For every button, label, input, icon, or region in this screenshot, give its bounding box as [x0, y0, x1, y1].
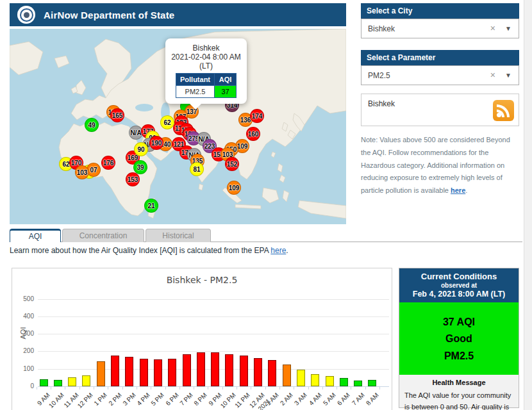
popup-city: Bishkek: [169, 44, 243, 53]
aqi-marker[interactable]: 152: [225, 157, 239, 171]
aqi-marker[interactable]: 165: [110, 108, 124, 122]
chart-bar[interactable]: [311, 374, 319, 386]
city-select-value: Bishkek: [368, 24, 395, 33]
chart-x-tick: [222, 387, 223, 390]
chart-bar[interactable]: [340, 378, 348, 386]
chart-x-tick: [51, 387, 51, 390]
aqi-marker[interactable]: 39: [133, 160, 147, 174]
chart-gridline: [38, 299, 389, 300]
rss-icon[interactable]: [493, 100, 514, 121]
parameter-clear-icon[interactable]: ×: [490, 70, 495, 80]
chart-bar[interactable]: [183, 354, 191, 386]
current-conditions-header: Current Conditions observed at Feb 4, 20…: [399, 268, 519, 302]
chart-x-tick: [379, 387, 380, 390]
chart-bar[interactable]: [240, 356, 248, 386]
chart-x-tick: [322, 387, 323, 390]
chart-bar[interactable]: [82, 375, 90, 386]
chart-bar[interactable]: [268, 360, 276, 386]
chart-x-tick: [65, 387, 65, 390]
aqi-marker[interactable]: 176: [101, 156, 115, 170]
app-header: AirNow Department of State: [10, 3, 346, 26]
aqi-marker[interactable]: 109: [227, 181, 241, 195]
current-conditions-title: Current Conditions: [401, 272, 517, 281]
chart-x-tick: [208, 387, 208, 390]
chart-x-tick: [151, 387, 151, 390]
world-aqi-map[interactable]: 10716549621708071031761693915321N/A17796…: [10, 29, 346, 224]
health-message-text: The AQI value for your community is betw…: [404, 390, 513, 410]
aqi-marker[interactable]: 174: [250, 109, 264, 123]
aqi-marker[interactable]: 21: [144, 199, 158, 213]
current-aqi-value: 37 AQI: [399, 314, 519, 331]
select-city-header: Select a City: [361, 3, 519, 19]
page-title: AirNow Department of State: [44, 10, 174, 20]
aqi-marker[interactable]: 190: [149, 136, 163, 150]
chart-bar[interactable]: [254, 358, 262, 386]
learn-more-text: Learn more about how the Air Quality Ind…: [10, 246, 288, 255]
chart-ytick-label: 400: [13, 313, 34, 320]
aqi-marker[interactable]: 103: [75, 165, 89, 179]
chart-x-tick: [308, 387, 309, 390]
chart-bar[interactable]: [125, 357, 133, 386]
chart-x-tick: [194, 387, 194, 390]
popup-timezone: (LT): [169, 62, 243, 70]
popup-pollutant-value: PM2.5: [176, 86, 214, 98]
chart-bar[interactable]: [225, 354, 233, 386]
chart-x-tick: [94, 387, 94, 390]
scrollbar[interactable]: [524, 0, 532, 410]
aqi-marker[interactable]: 160: [246, 127, 260, 141]
chart-bar[interactable]: [297, 370, 305, 386]
chart-x-tick: [165, 387, 166, 390]
city-caret-down-icon[interactable]: ▼: [505, 25, 511, 32]
chart-x-tick: [108, 387, 108, 390]
chart-bar[interactable]: [197, 352, 205, 386]
chart-bar[interactable]: [368, 380, 376, 386]
chart-gridline: [38, 316, 389, 317]
city-clear-icon[interactable]: ×: [490, 23, 495, 33]
popup-datetime: 2021-02-04 8:00 AM: [169, 53, 243, 62]
chart-x-tick: [294, 387, 294, 390]
tab-concentration[interactable]: Concentration: [62, 229, 144, 242]
current-aqi-box: 37 AQI Good PM2.5: [399, 302, 519, 375]
epa-here-link[interactable]: here: [270, 246, 286, 255]
chart-ytick-label: 300: [13, 330, 34, 337]
chart-bar[interactable]: [168, 359, 176, 386]
aqi-marker[interactable]: 153: [126, 172, 140, 186]
chart-bar[interactable]: [140, 359, 148, 386]
chart-bar[interactable]: [111, 356, 119, 386]
popup-aqi-value: 37: [215, 86, 237, 98]
select-parameter-header: Select a Parameter: [361, 50, 519, 65]
chart-bar[interactable]: [68, 377, 76, 386]
parameter-caret-down-icon[interactable]: ▼: [505, 72, 511, 79]
chart-bar[interactable]: [326, 376, 334, 386]
chart-x-tick: [122, 387, 123, 390]
tab-historical[interactable]: Historical: [145, 229, 211, 242]
beyond-aqi-note: Note: Values above 500 are considered Be…: [361, 134, 519, 197]
chart-bar[interactable]: [54, 380, 62, 386]
note-here-link[interactable]: here: [451, 186, 465, 194]
aqi-marker[interactable]: 49: [85, 118, 99, 132]
chart-ytick-label: 200: [13, 347, 34, 354]
aqi-marker[interactable]: 81: [190, 162, 204, 176]
chart-bar[interactable]: [211, 352, 219, 386]
health-message-title: Health Message: [404, 379, 513, 386]
chart-bar[interactable]: [40, 379, 48, 386]
chart-bar[interactable]: [354, 381, 362, 386]
chart-bar[interactable]: [97, 361, 105, 386]
tab-aqi[interactable]: AQI: [10, 229, 61, 242]
parameter-select[interactable]: PM2.5 × ▼: [361, 65, 519, 85]
rss-feed-box: Bishkek: [361, 94, 519, 126]
popup-aqi-header: AQI: [215, 74, 237, 86]
popup-pollutant-header: Pollutant: [176, 74, 214, 86]
popup-table: Pollutant AQI PM2.5 37: [176, 73, 237, 98]
chart-bar[interactable]: [283, 365, 291, 386]
aqi-marker[interactable]: 62: [160, 115, 174, 129]
aqi-bar-chart: Bishkek - PM2.5 AQI 01002003004005009 AM…: [12, 268, 392, 410]
city-select[interactable]: Bishkek × ▼: [361, 19, 519, 38]
chart-ytick-label: 0: [13, 382, 34, 390]
chart-x-tick: [265, 387, 266, 390]
chart-x-tick: [251, 387, 251, 390]
aqi-marker[interactable]: 90: [134, 142, 148, 156]
chart-x-tick: [37, 387, 37, 390]
chart-gridline: [38, 351, 389, 352]
chart-bar[interactable]: [154, 359, 162, 386]
